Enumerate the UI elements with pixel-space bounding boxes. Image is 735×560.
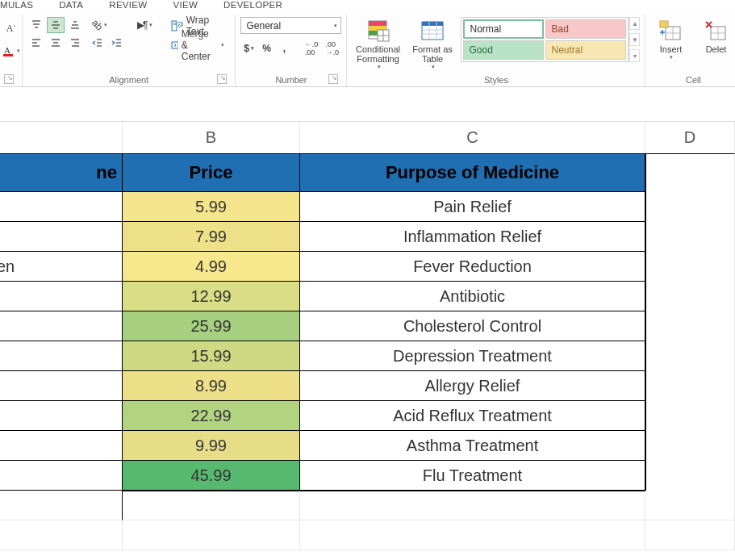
font-launcher[interactable] — [4, 74, 14, 84]
number-launcher[interactable] — [328, 74, 338, 84]
cell-D[interactable] — [645, 520, 735, 550]
cell-C[interactable]: Asthma Treatment — [300, 431, 645, 461]
tab-view[interactable]: VIEW — [173, 0, 209, 13]
column-header-D[interactable]: D — [645, 122, 735, 153]
align-bottom-button[interactable] — [66, 17, 84, 33]
cell-A[interactable]: en — [0, 252, 123, 282]
insert-cells-icon — [658, 19, 683, 43]
cell-B[interactable]: 25.99 — [123, 311, 300, 341]
cell-B[interactable] — [123, 491, 300, 520]
styles-scroll-more-icon[interactable]: ▾ — [629, 49, 640, 62]
cell-D[interactable] — [645, 252, 735, 282]
decrease-indent-button[interactable] — [89, 35, 106, 51]
cell-C[interactable]: Fever Reduction — [300, 252, 645, 282]
cell-B[interactable] — [123, 520, 300, 550]
format-as-table-button[interactable]: Format as Table ▾ — [409, 17, 457, 70]
tab-developer[interactable]: DEVELOPER — [223, 0, 294, 13]
style-normal[interactable]: Normal — [463, 19, 544, 39]
cell-A[interactable] — [0, 461, 123, 491]
style-good[interactable]: Good — [463, 40, 544, 60]
cell-B[interactable]: 9.99 — [123, 431, 300, 461]
cell-D[interactable] — [645, 431, 735, 461]
cell-D[interactable] — [645, 192, 735, 222]
insert-cells-button[interactable]: Insert ▾ — [650, 17, 691, 61]
cell-B[interactable]: 22.99 — [123, 401, 300, 431]
cell-C[interactable] — [300, 491, 645, 520]
font-color-button[interactable]: A ▾ — [0, 43, 23, 59]
cell-D[interactable] — [645, 222, 735, 252]
column-header-A[interactable] — [0, 122, 123, 153]
align-center-button[interactable] — [47, 35, 65, 51]
cell-B[interactable]: 5.99 — [123, 192, 300, 222]
cell-C[interactable]: Inflammation Relief — [300, 222, 645, 252]
styles-group: Conditional Formatting ▾ Format as Table… — [347, 15, 645, 86]
merge-center-button[interactable]: Merge & Center ▾ — [165, 36, 230, 54]
comma-format-button[interactable]: , — [277, 40, 293, 56]
cell-A[interactable] — [0, 401, 123, 431]
text-direction-button[interactable]: ▶¶▾ — [134, 17, 154, 33]
style-neutral[interactable]: Neutral — [545, 40, 626, 60]
column-header-C[interactable]: C — [300, 122, 645, 153]
cell-A[interactable] — [0, 282, 123, 311]
cell-D[interactable] — [645, 371, 735, 401]
percent-format-button[interactable]: % — [259, 40, 275, 56]
cell-A[interactable] — [0, 341, 123, 371]
cell-A[interactable] — [0, 520, 123, 550]
cell-B[interactable]: 4.99 — [123, 252, 300, 282]
cell-D[interactable] — [645, 311, 735, 341]
number-format-combo[interactable]: General ▾ — [240, 17, 341, 34]
cell-C[interactable] — [300, 520, 645, 550]
accounting-format-button[interactable]: $▾ — [240, 40, 257, 56]
styles-scroll-down-icon[interactable]: ▼ — [629, 33, 640, 46]
align-left-button[interactable] — [27, 35, 45, 51]
conditional-formatting-button[interactable]: Conditional Formatting ▾ — [352, 17, 403, 70]
cell-B[interactable]: 15.99 — [123, 341, 300, 371]
cell-B[interactable]: 12.99 — [123, 282, 300, 311]
cell-C[interactable]: Flu Treatment — [300, 461, 645, 491]
cell-D[interactable] — [645, 282, 735, 311]
cell-B[interactable]: 7.99 — [123, 222, 300, 252]
cell-D[interactable] — [645, 341, 735, 371]
column-header-B[interactable]: B — [123, 122, 300, 153]
table-header-B[interactable]: Price — [123, 153, 300, 192]
tab-formulas[interactable]: MULAS — [0, 0, 44, 13]
cell-B[interactable]: 45.99 — [123, 461, 300, 491]
align-middle-button[interactable] — [47, 17, 65, 33]
table-header-C[interactable]: Purpose of Medicine — [300, 153, 645, 192]
orientation-button[interactable]: ab▾ — [89, 17, 111, 33]
cell-C[interactable]: Antibiotic — [300, 282, 645, 311]
cell-B[interactable]: 8.99 — [123, 371, 300, 401]
cell-A[interactable] — [0, 491, 123, 520]
style-bad[interactable]: Bad — [545, 19, 626, 39]
alignment-launcher[interactable] — [217, 74, 227, 84]
cell-A[interactable] — [0, 222, 123, 252]
cell-D[interactable] — [645, 491, 735, 520]
align-top-button[interactable] — [27, 17, 45, 33]
cell-styles-scroll[interactable]: ▲ ▼ ▾ — [629, 17, 640, 62]
cell-D[interactable] — [645, 461, 735, 491]
styles-scroll-up-icon[interactable]: ▲ — [629, 17, 640, 30]
cell-D-header[interactable] — [645, 153, 735, 192]
cell-A[interactable] — [0, 192, 123, 222]
grow-font-button[interactable]: Aˆ — [3, 20, 19, 36]
cell-C[interactable]: Cholesterol Control — [300, 311, 645, 341]
cell-A[interactable] — [0, 371, 123, 401]
cell-C[interactable]: Pain Relief — [300, 192, 645, 222]
align-right-button[interactable] — [66, 35, 84, 51]
cell-A[interactable] — [0, 311, 123, 341]
table-header-A[interactable]: ne — [0, 153, 123, 192]
tab-data[interactable]: DATA — [59, 0, 94, 13]
cell-C[interactable]: Depression Treatment — [300, 341, 645, 371]
sheet-grid[interactable]: ne Price Purpose of Medicine 5.99 Pain R… — [0, 153, 735, 550]
cell-C[interactable]: Acid Reflux Treatment — [300, 401, 645, 431]
cell-D[interactable] — [645, 401, 735, 431]
cell-C[interactable]: Allergy Relief — [300, 371, 645, 401]
delete-cells-button[interactable]: Delet — [695, 17, 735, 54]
decrease-decimal-button[interactable]: .00→.0 — [323, 40, 342, 56]
cell-A[interactable] — [0, 431, 123, 461]
cell-styles-gallery[interactable]: Normal Bad Good Neutral — [461, 17, 629, 62]
increase-decimal-button[interactable]: ←.0.00 — [302, 40, 321, 56]
font-color-icon: A — [2, 44, 15, 57]
increase-indent-button[interactable] — [108, 35, 126, 51]
tab-review[interactable]: REVIEW — [109, 0, 158, 13]
